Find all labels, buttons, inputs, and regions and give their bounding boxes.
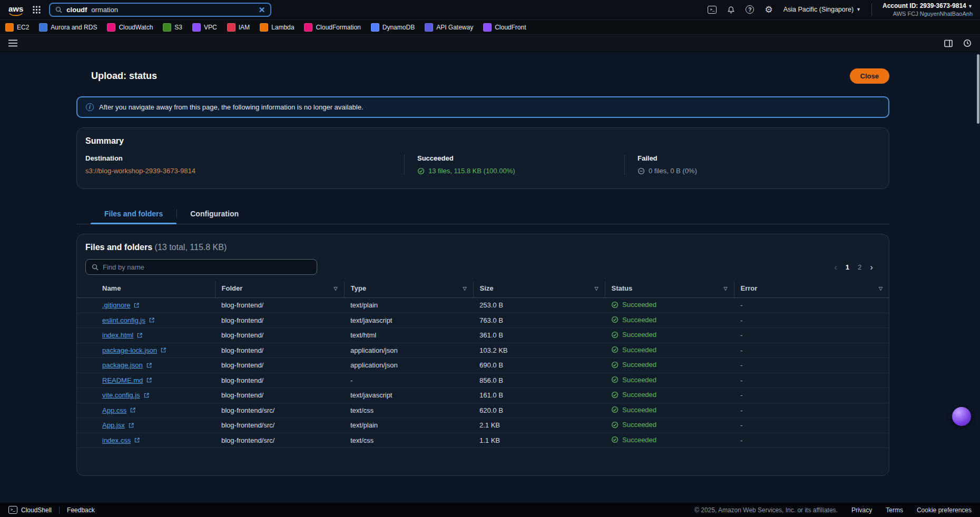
favorite-ec2[interactable]: EC2: [5, 23, 29, 32]
split-panel-icon[interactable]: [944, 39, 953, 47]
divider: [59, 506, 60, 514]
column-header-folder[interactable]: Folder▽: [215, 281, 344, 298]
column-label: Error: [741, 284, 758, 292]
scrollbar-thumb[interactable]: [977, 54, 979, 124]
destination-bucket-link[interactable]: s3://blog-workshop-2939-3673-9814: [85, 167, 195, 175]
favorite-cloudformation[interactable]: CloudFormation: [304, 23, 360, 32]
privacy-link[interactable]: Privacy: [851, 506, 872, 514]
failed-value: 0 files, 0 B (0%): [649, 167, 697, 175]
ec2-service-icon: [5, 23, 14, 32]
next-page-icon[interactable]: ›: [870, 263, 873, 272]
menu-hamburger-icon[interactable]: [8, 39, 17, 47]
favorite-cloudwatch[interactable]: CloudWatch: [107, 23, 153, 32]
close-button[interactable]: Close: [850, 68, 889, 84]
file-link[interactable]: package-lock.json: [102, 346, 166, 354]
chevron-down-icon: ▼: [856, 7, 861, 12]
footer-cloudshell-button[interactable]: >_ CloudShell: [8, 506, 52, 514]
status-badge: Succeeded: [611, 376, 656, 384]
favorite-dynamodb[interactable]: DynamoDB: [371, 23, 415, 32]
find-by-name-input[interactable]: [103, 263, 311, 271]
file-link[interactable]: index.html: [102, 331, 143, 339]
filter-icon[interactable]: ▽: [724, 286, 728, 291]
status-text: Succeeded: [622, 301, 656, 309]
column-header-error[interactable]: Error▽: [734, 281, 889, 298]
favorite-label: EC2: [17, 24, 29, 31]
cell-type: text/javascript: [344, 313, 473, 328]
favorite-aurora-rds[interactable]: Aurora and RDS: [39, 23, 97, 32]
check-circle-icon: [611, 376, 619, 383]
cell-error: -: [734, 313, 889, 328]
cell-type: -: [344, 373, 473, 388]
clear-search-icon[interactable]: ✕: [259, 5, 266, 15]
file-name: package.json: [102, 361, 143, 369]
console-footer: >_ CloudShell Feedback © 2025, Amazon We…: [0, 503, 980, 517]
favorite-lambda[interactable]: Lambda: [260, 23, 294, 32]
column-label: Status: [612, 284, 633, 292]
pagination: ‹ 1 2 ›: [834, 263, 880, 272]
tab-files-and-folders[interactable]: Files and folders: [91, 205, 177, 224]
favorite-s3[interactable]: S3: [163, 23, 182, 32]
page-title: Upload: status: [91, 71, 157, 82]
terms-link[interactable]: Terms: [886, 506, 903, 514]
file-link[interactable]: eslint.config.js: [102, 316, 155, 324]
external-link-icon: [160, 347, 166, 353]
cell-error: -: [734, 358, 889, 373]
tab-configuration[interactable]: Configuration: [177, 205, 252, 224]
console-search-input[interactable]: cloudformation ✕: [49, 3, 271, 17]
page-2-button[interactable]: 2: [858, 263, 861, 271]
external-link-icon: [133, 302, 140, 309]
external-link-icon: [146, 377, 152, 383]
footer-feedback-button[interactable]: Feedback: [67, 506, 95, 514]
prev-page-icon[interactable]: ‹: [834, 263, 837, 272]
minus-circle-icon: [638, 167, 645, 175]
favorite-api-gateway[interactable]: API Gateway: [425, 23, 473, 32]
column-header-name[interactable]: Name: [77, 281, 215, 298]
account-menu[interactable]: Account ID: 2939-3673-9814 ▼ AWS FCJ Ngu…: [883, 2, 973, 18]
files-heading: Files and folders: [85, 243, 152, 252]
filter-icon[interactable]: ▽: [334, 286, 338, 291]
table-row: vite.config.js blog-frontend/ text/javas…: [77, 388, 889, 403]
column-header-status[interactable]: Status▽: [605, 281, 734, 298]
file-link[interactable]: App.jsx: [102, 421, 134, 429]
file-name: .gitignore: [102, 301, 130, 309]
file-link[interactable]: vite.config.js: [102, 391, 150, 399]
file-link[interactable]: package.json: [102, 361, 152, 369]
check-circle-icon: [611, 406, 619, 413]
assistant-button[interactable]: [952, 407, 971, 426]
column-header-type[interactable]: Type▽: [344, 281, 473, 298]
check-circle-icon: [611, 421, 619, 429]
apps-grid-icon[interactable]: [33, 6, 41, 14]
settings-gear-icon[interactable]: ⚙: [765, 5, 772, 14]
column-header-size[interactable]: Size▽: [473, 281, 605, 298]
cloudshell-icon[interactable]: >_: [708, 6, 717, 14]
aws-smile-icon: [9, 13, 23, 16]
cookie-preferences-link[interactable]: Cookie preferences: [917, 506, 972, 514]
help-icon[interactable]: ?: [746, 5, 754, 14]
check-circle-icon: [611, 316, 619, 323]
file-link[interactable]: .gitignore: [102, 301, 140, 309]
region-selector[interactable]: Asia Pacific (Singapore) ▼: [783, 6, 861, 13]
filter-icon[interactable]: ▽: [463, 286, 467, 291]
filter-icon[interactable]: ▽: [879, 286, 883, 291]
favorite-iam[interactable]: IAM: [227, 23, 250, 32]
status-badge: Succeeded: [611, 361, 656, 369]
cloudshell-label: CloudShell: [21, 506, 52, 514]
page-1-button[interactable]: 1: [846, 263, 849, 271]
external-link-icon: [128, 422, 134, 429]
cell-folder: blog-frontend/: [215, 358, 344, 373]
favorite-vpc[interactable]: VPC: [192, 23, 217, 32]
favorite-label: CloudWatch: [119, 24, 153, 31]
file-link[interactable]: App.css: [102, 406, 136, 414]
favorite-cloudfront[interactable]: CloudFront: [483, 23, 526, 32]
aws-logo[interactable]: aws: [7, 4, 24, 16]
chevron-down-icon: ▼: [968, 4, 973, 9]
external-link-icon: [134, 437, 140, 443]
favorite-label: VPC: [204, 24, 217, 31]
file-link[interactable]: README.md: [102, 376, 152, 384]
file-link[interactable]: index.css: [102, 436, 140, 444]
iam-service-icon: [227, 23, 236, 32]
timer-clock-icon[interactable]: [963, 39, 972, 47]
notifications-bell-icon[interactable]: [727, 5, 735, 14]
filter-icon[interactable]: ▽: [595, 286, 599, 291]
status-text: Succeeded: [622, 346, 656, 354]
